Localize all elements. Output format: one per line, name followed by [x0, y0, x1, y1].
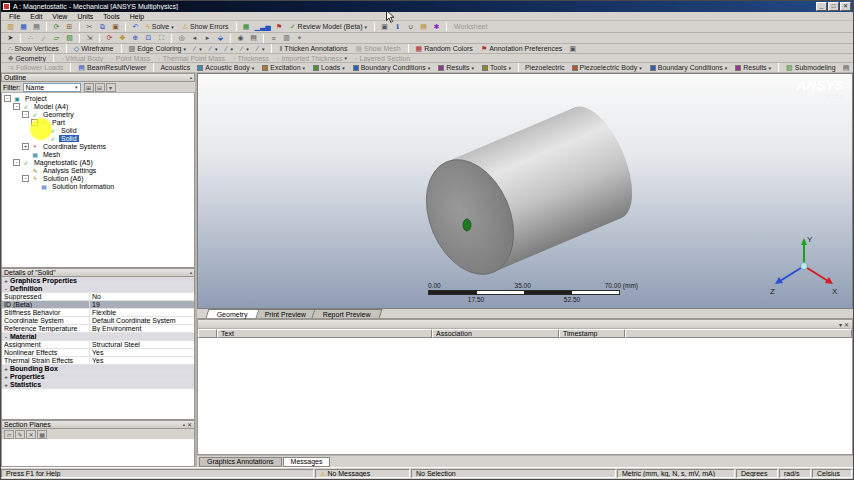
messages-col-association[interactable]: Association	[432, 329, 559, 338]
selection-info-icon[interactable]: ℹ	[392, 22, 403, 32]
edge-dashed-button[interactable]: ∕▾	[255, 44, 267, 54]
pin-icon[interactable]: ▪	[183, 422, 185, 428]
details-property-thermal-strain-effects[interactable]: Thermal Strain EffectsYes	[2, 357, 194, 365]
imported-thickness-button[interactable]: ▫Imported Thickness▾	[275, 54, 349, 63]
expand-icon[interactable]: +	[2, 374, 10, 380]
expand-all-button[interactable]: ⊞	[84, 83, 94, 92]
file-open-icon[interactable]: ▥	[5, 22, 16, 32]
vertex-select-icon[interactable]: ∴	[25, 33, 36, 43]
edit-section-plane-button[interactable]: ✎	[15, 430, 25, 439]
copy-icon[interactable]: ⧉	[97, 22, 108, 32]
tags-icon[interactable]: ⚑	[274, 22, 285, 32]
graphics-viewport[interactable]: ANSYS R14.5 0.00 35.00 70.00 (mm) 17.50 …	[197, 73, 853, 309]
prev-view-icon[interactable]: ◂	[189, 33, 200, 43]
worksheet-grid-icon[interactable]: ▦	[241, 22, 252, 32]
piezo-boundary-conditions-button[interactable]: Boundary Conditions▾	[648, 63, 730, 73]
chevron-down-icon[interactable]: ▾	[839, 321, 842, 328]
follower-loads-button[interactable]: ⇉Follower Loads	[6, 63, 65, 73]
collapse-icon[interactable]: -	[2, 334, 10, 340]
submodeling-button[interactable]: ▧Submodeling	[784, 63, 838, 73]
edge-direction-button[interactable]: ∕▾	[192, 44, 204, 54]
collapse-icon[interactable]: -	[13, 103, 20, 110]
collapse-icon[interactable]: -	[22, 111, 29, 118]
collapse-icon[interactable]: -	[4, 95, 11, 102]
magnifier-icon[interactable]: ◎	[176, 33, 187, 43]
annotation-preferences-button[interactable]: ⚑Annotation Preferences	[479, 44, 564, 54]
acoustic-acoustic-body-button[interactable]: Acoustic Body▾	[195, 63, 256, 73]
pin-icon[interactable]: ▪	[190, 270, 192, 276]
details-property-value[interactable]: No	[90, 293, 194, 300]
next-view-icon[interactable]: ▸	[202, 33, 213, 43]
refresh-icon[interactable]: ⟳	[51, 22, 62, 32]
edge-medium-button[interactable]: ∕▾	[223, 44, 235, 54]
new-section-plane-button[interactable]: ▱	[4, 430, 14, 439]
close-icon[interactable]: ✕	[187, 421, 192, 428]
details-property-coordinate-system[interactable]: Coordinate SystemDefault Coordinate Syst…	[2, 317, 194, 325]
close-icon[interactable]: ✕	[844, 321, 849, 328]
iso-view-icon[interactable]: ⬙	[215, 33, 226, 43]
expand-icon[interactable]: +	[2, 366, 10, 372]
thickness-button[interactable]: ▫Thickness	[231, 54, 271, 63]
tree-item-part[interactable]: -✓Part	[2, 118, 194, 126]
details-property-value[interactable]: Yes	[90, 357, 194, 364]
tree-item-solution-information[interactable]: ▤Solution Information	[2, 182, 194, 190]
unit-converter-icon[interactable]: ∪	[405, 22, 416, 32]
acoustic-tools-button[interactable]: Tools▾	[480, 63, 513, 73]
tree-item-coordinate-systems[interactable]: +⌖Coordinate Systems	[2, 142, 194, 150]
details-property-value[interactable]: Structural Steel	[90, 341, 194, 348]
solve-button[interactable]: ϟSolve▾	[144, 22, 176, 32]
delete-section-plane-button[interactable]: ✕	[26, 430, 36, 439]
wireframe-button[interactable]: ◇Wireframe	[72, 44, 116, 54]
edge-thick-button[interactable]: ∕▾	[239, 44, 251, 54]
tree-item-solution-a6[interactable]: -ϟSolution (A6)	[2, 174, 194, 182]
thicken-annotations-button[interactable]: ‖Thicken Annotations	[277, 44, 349, 54]
details-property-value[interactable]: 19	[90, 301, 194, 308]
body-select-icon[interactable]: ▧	[64, 33, 75, 43]
tree-item-geometry[interactable]: -✓Geometry	[2, 110, 194, 118]
menu-file[interactable]: File	[4, 13, 25, 20]
point-mass-button[interactable]: ▫Point Mass	[109, 54, 152, 63]
status-angular-velocity-unit[interactable]: rad/s	[779, 469, 811, 478]
bottom-tab-messages[interactable]: Messages	[283, 457, 331, 467]
manage-views-icon[interactable]: ▤	[248, 33, 259, 43]
model-cylinder[interactable]	[198, 74, 853, 309]
menu-units[interactable]: Units	[72, 13, 98, 20]
face-select-icon[interactable]: ▱	[51, 33, 62, 43]
tab-report-preview[interactable]: Report Preview	[312, 309, 383, 318]
chart-icon[interactable]: ▁▃▅	[254, 22, 272, 32]
menu-tools[interactable]: Tools	[98, 13, 124, 20]
pointer-icon[interactable]: ➤	[5, 33, 16, 43]
legend-tool-icon[interactable]: ▥	[281, 33, 292, 43]
messages-window-icon[interactable]: ▤	[418, 22, 429, 32]
fit-view-icon[interactable]: ⛶	[156, 33, 167, 43]
look-at-icon[interactable]: ◉	[235, 33, 246, 43]
show-whole-elements-button[interactable]: ▦	[37, 430, 47, 439]
worksheet-button[interactable]: Worksheet	[452, 22, 489, 32]
details-category-properties[interactable]: +Properties	[2, 373, 194, 381]
expand-icon[interactable]: +	[22, 143, 29, 150]
image-capture-icon[interactable]: ▣	[567, 44, 578, 54]
tab-print-preview[interactable]: Print Preview	[253, 309, 317, 318]
zoom-view-icon[interactable]: ⊕	[130, 33, 141, 43]
zoom-box-icon[interactable]: ⊡	[143, 33, 154, 43]
pin-icon[interactable]: ▪	[190, 75, 192, 81]
rotate-view-icon[interactable]: ⟳	[104, 33, 115, 43]
extend-selection-icon[interactable]: ⇲	[84, 33, 95, 43]
image-capture-icon[interactable]: ▣	[379, 22, 390, 32]
messages-col-text[interactable]: Text	[217, 329, 432, 338]
details-property-reference-temperature[interactable]: Reference TemperatureBy Environment	[2, 325, 194, 333]
collapse-icon[interactable]: -	[31, 119, 38, 126]
section-planes-list[interactable]	[1, 439, 195, 467]
ruler-tool-icon[interactable]: ≡	[268, 33, 279, 43]
cut-icon[interactable]: ✂	[84, 22, 95, 32]
paste-icon[interactable]: ▣	[110, 22, 121, 32]
thermal-point-mass-button[interactable]: ▫Thermal Point Mass	[156, 54, 227, 63]
orientation-triad[interactable]: Y X Z	[768, 232, 840, 298]
triad-tool-icon[interactable]: ⌖	[294, 33, 305, 43]
details-property-value[interactable]: Flexible	[90, 309, 194, 316]
tree-item-model-a4[interactable]: -✓Model (A4)	[2, 102, 194, 110]
collapse-all-button[interactable]: ⊟	[95, 83, 105, 92]
tree-item-project[interactable]: -▣Project	[2, 94, 194, 102]
edge-coloring-button[interactable]: ▨Edge Coloring▾	[127, 44, 189, 54]
details-property-value[interactable]: Yes	[90, 349, 194, 356]
